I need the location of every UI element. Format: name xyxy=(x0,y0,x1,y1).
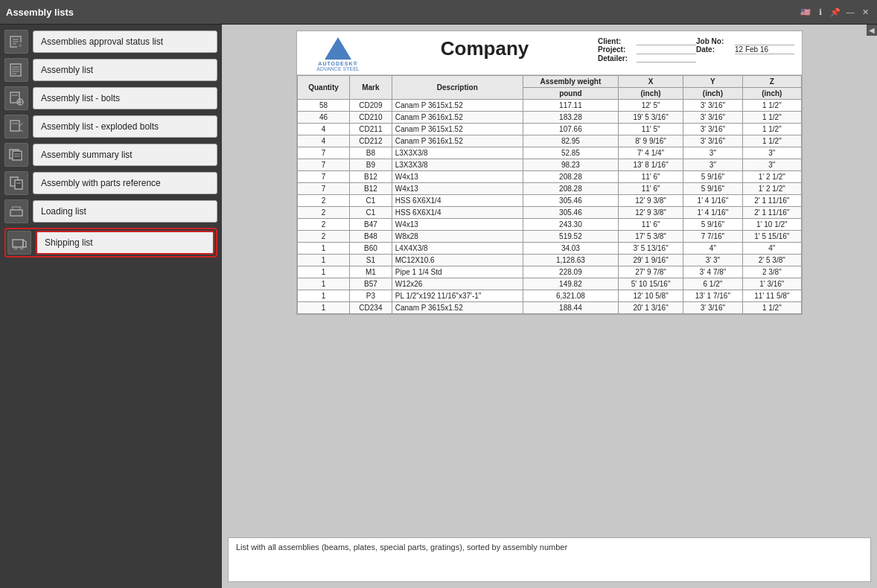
cell-x: 7' 4 1/4" xyxy=(618,147,683,159)
collapse-arrow[interactable]: ◀ xyxy=(867,25,877,36)
shipping-list-button[interactable]: Shipping list xyxy=(36,231,214,255)
cell-y: 3" xyxy=(683,159,742,171)
sidebar-item-shipping-list[interactable]: Shipping list xyxy=(4,228,217,258)
cell-x: 27' 9 7/8" xyxy=(618,266,683,278)
cell-y: 3' 3/16" xyxy=(683,112,742,124)
cell-x: 12' 5" xyxy=(618,100,683,112)
table-row: 2 B47 W4x13 243.30 11' 6" 5 9/16" 1' 10 … xyxy=(298,219,802,231)
sidebar-item-assembly-list[interactable]: Assembly list xyxy=(4,58,217,82)
preview-area: AUTODESK® ADVANCE STEEL Company Client: … xyxy=(222,25,877,537)
cell-desc: W12x26 xyxy=(392,278,523,290)
cell-qty: 2 xyxy=(298,195,350,207)
cell-mark: B48 xyxy=(350,231,392,243)
cell-z: 1 1/2" xyxy=(742,302,801,314)
minimize-icon[interactable]: — xyxy=(844,6,856,18)
table-row: 1 M1 Pipe 1 1/4 Std 228.09 27' 9 7/8" 3'… xyxy=(298,266,802,278)
cell-qty: 7 xyxy=(298,171,350,183)
cell-x: 12' 9 3/8" xyxy=(618,207,683,219)
cell-y: 3" xyxy=(683,147,742,159)
sidebar-item-assembly-list-exploded[interactable]: Assembly list - exploded bolts xyxy=(4,115,217,138)
assembly-list-bolts-button[interactable]: Assembly list - bolts xyxy=(33,87,217,109)
cell-desc: W4x13 xyxy=(392,183,523,195)
date-field: Date: 12 Feb 16 xyxy=(696,45,794,54)
cell-desc: Canam P 3615x1.52 xyxy=(392,100,523,112)
col-x: X xyxy=(618,76,683,88)
svg-marker-32 xyxy=(23,240,26,247)
assemblies-approval-button[interactable]: Assemblies approval status list xyxy=(33,31,217,53)
cell-mark: B9 xyxy=(350,159,392,171)
table-row: 2 B48 W8x28 519.52 17' 5 3/8" 7 7/16" 1'… xyxy=(298,231,802,243)
sidebar-item-loading-list[interactable]: Loading list xyxy=(4,199,217,223)
cell-weight: 117.11 xyxy=(523,100,618,112)
assembly-summary-button[interactable]: Assembly summary list xyxy=(33,144,217,166)
table-row: 7 B12 W4x13 208.28 11' 6" 5 9/16" 1' 2 1… xyxy=(298,183,802,195)
cell-qty: 1 xyxy=(298,302,350,314)
assembly-list-icon xyxy=(4,58,28,82)
cell-desc: W4x13 xyxy=(392,171,523,183)
cell-weight: 1,128.63 xyxy=(523,255,618,266)
svg-rect-27 xyxy=(10,210,22,216)
col-description: Description xyxy=(392,76,523,100)
info-icon[interactable]: ℹ xyxy=(814,6,826,18)
sidebar-item-assemblies-approval[interactable]: A Assemblies approval status list xyxy=(4,30,217,54)
cell-x: 12' 10 5/8" xyxy=(618,290,683,302)
sidebar-item-assembly-parts-ref[interactable]: Assembly with parts reference xyxy=(4,171,217,195)
cell-desc: MC12X10.6 xyxy=(392,255,523,266)
cell-z: 1 1/2" xyxy=(742,112,801,124)
sidebar-item-assembly-list-bolts[interactable]: Assembly list - bolts xyxy=(4,86,217,110)
pin-icon[interactable]: 📌 xyxy=(829,6,841,18)
svg-rect-16 xyxy=(10,121,19,131)
flag-icon[interactable]: 🇺🇸 xyxy=(800,6,811,18)
jobno-value xyxy=(735,37,794,45)
cell-mark: C1 xyxy=(350,207,392,219)
cell-qty: 4 xyxy=(298,135,350,147)
cell-qty: 1 xyxy=(298,243,350,255)
title-bar-title: Assembly lists xyxy=(6,7,794,18)
cell-weight: 243.30 xyxy=(523,219,618,231)
cell-x: 11' 6" xyxy=(618,219,683,231)
table-row: 58 CD209 Canam P 3615x1.52 117.11 12' 5"… xyxy=(298,100,802,112)
cell-z: 1' 3/16" xyxy=(742,278,801,290)
cell-z: 3" xyxy=(742,159,801,171)
assembly-list-button[interactable]: Assembly list xyxy=(33,59,217,81)
loading-list-icon xyxy=(4,199,28,223)
cell-z: 1' 5 15/16" xyxy=(742,231,801,243)
cell-mark: P3 xyxy=(350,290,392,302)
table-row: 7 B12 W4x13 208.28 11' 6" 5 9/16" 1' 2 1… xyxy=(298,171,802,183)
cell-qty: 7 xyxy=(298,159,350,171)
project-value xyxy=(637,45,696,54)
table-row: 2 C1 HSS 6X6X1/4 305.46 12' 9 3/8" 1' 4 … xyxy=(298,195,802,207)
cell-desc: Canam P 3615x1.52 xyxy=(392,124,523,135)
table-row: 7 B8 L3X3X3/8 52.85 7' 4 1/4" 3" 3" xyxy=(298,147,802,159)
project-label: Project: xyxy=(598,45,635,54)
cell-z: 1' 10 1/2" xyxy=(742,219,801,231)
title-bar: Assembly lists 🇺🇸 ℹ 📌 — ✕ xyxy=(0,0,877,25)
svg-rect-6 xyxy=(10,64,21,76)
cell-y: 3' 4 7/8" xyxy=(683,266,742,278)
cell-z: 1' 2 1/2" xyxy=(742,171,801,183)
col-weight: Assembly weight xyxy=(523,76,618,88)
main-layout: A Assemblies approval status list Assemb… xyxy=(0,25,877,588)
cell-z: 4" xyxy=(742,243,801,255)
cell-qty: 4 xyxy=(298,124,350,135)
cell-mark: B60 xyxy=(350,243,392,255)
cell-mark: CD209 xyxy=(350,100,392,112)
cell-qty: 58 xyxy=(298,100,350,112)
table-row: 2 C1 HSS 6X6X1/4 305.46 12' 9 3/8" 1' 4 … xyxy=(298,207,802,219)
cell-mark: CD234 xyxy=(350,302,392,314)
cell-mark: B47 xyxy=(350,219,392,231)
col-y: Y xyxy=(683,76,742,88)
cell-y: 3' 3/16" xyxy=(683,302,742,314)
cell-x: 17' 5 3/8" xyxy=(618,231,683,243)
assembly-list-exploded-button[interactable]: Assembly list - exploded bolts xyxy=(33,115,217,138)
cell-qty: 7 xyxy=(298,147,350,159)
loading-list-button[interactable]: Loading list xyxy=(33,200,217,223)
sidebar-item-assembly-summary[interactable]: Assembly summary list xyxy=(4,143,217,167)
cell-qty: 46 xyxy=(298,112,350,124)
cell-qty: 2 xyxy=(298,207,350,219)
date-value: 12 Feb 16 xyxy=(735,45,794,54)
close-icon[interactable]: ✕ xyxy=(859,6,871,18)
cell-weight: 52.85 xyxy=(523,147,618,159)
jobno-field: Job No: xyxy=(696,37,794,45)
assembly-parts-ref-button[interactable]: Assembly with parts reference xyxy=(33,172,217,194)
